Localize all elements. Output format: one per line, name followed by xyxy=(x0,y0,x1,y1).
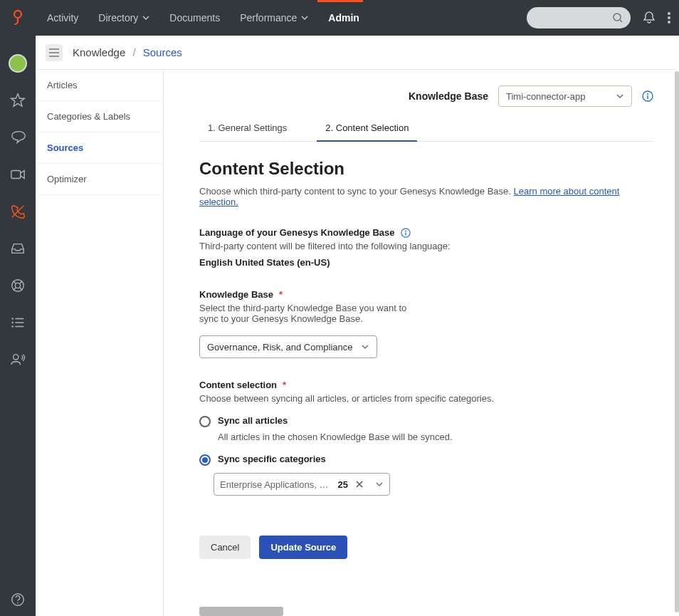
topnav-label: Activity xyxy=(47,12,78,24)
kb-header-select[interactable]: Timi-connector-app xyxy=(498,85,632,107)
topnav-label: Performance xyxy=(240,12,297,24)
required-asterisk: * xyxy=(283,380,286,390)
kb-section-label-text: Knowledge Base xyxy=(199,289,273,300)
innernav-categories-labels[interactable]: Categories & Labels xyxy=(36,101,163,132)
topbar-right xyxy=(527,7,670,28)
vertical-scrollbar[interactable] xyxy=(675,36,679,616)
page-description-text: Choose which third-party content to sync… xyxy=(199,186,514,197)
innernav-articles[interactable]: Articles xyxy=(36,70,163,101)
svg-point-1 xyxy=(614,14,621,21)
topnav-directory[interactable]: Directory xyxy=(88,0,159,36)
active-tab-indicator xyxy=(317,0,363,2)
hamburger-icon xyxy=(49,48,59,57)
rail-avatar[interactable] xyxy=(0,47,36,80)
kb-dropdown-value: Governance, Risk, and Compliance xyxy=(207,342,353,353)
content-selection-sub: Choose between syncing all articles, or … xyxy=(199,393,653,404)
svg-point-8 xyxy=(14,355,19,360)
svg-point-7 xyxy=(11,325,13,327)
language-label: Language of your Genesys Knowledge Base xyxy=(199,227,653,238)
language-label-text: Language of your Genesys Knowledge Base xyxy=(199,227,395,238)
cancel-button[interactable]: Cancel xyxy=(199,536,251,559)
page-title: Content Selection xyxy=(199,159,653,179)
rail-inbox-icon[interactable] xyxy=(0,232,36,265)
content-selection-label-text: Content selection xyxy=(199,380,277,390)
rail-help-icon[interactable] xyxy=(0,583,36,616)
categories-multiselect[interactable]: Enterprise Applications, Enterpris… 25 xyxy=(214,473,390,496)
notifications-icon[interactable] xyxy=(642,11,656,25)
radio-sync-all-help: All articles in the chosen Knowledge Bas… xyxy=(218,432,653,442)
topnav-label: Admin xyxy=(328,12,359,24)
svg-point-10 xyxy=(17,602,19,604)
scrollbar-thumb[interactable] xyxy=(675,71,679,612)
topnav-label: Documents xyxy=(169,12,220,24)
rail-user-speak-icon[interactable] xyxy=(0,343,36,376)
categories-count: 25 xyxy=(338,479,348,490)
svg-point-5 xyxy=(11,318,13,319)
svg-point-6 xyxy=(11,322,13,323)
language-section: Language of your Genesys Knowledge Base … xyxy=(199,227,653,268)
genesys-logo-icon[interactable] xyxy=(9,9,27,27)
sidebar-toggle-button[interactable] xyxy=(46,44,63,61)
kb-header-value: Timi-connector-app xyxy=(506,91,586,102)
horizontal-scrollbar-thumb[interactable] xyxy=(199,607,283,616)
breadcrumb-separator: / xyxy=(132,46,135,58)
categories-text: Enterprise Applications, Enterpris… xyxy=(220,479,334,490)
info-icon[interactable] xyxy=(642,90,653,102)
radio-sync-specific-label: Sync specific categories xyxy=(218,454,326,464)
radio-sync-specific[interactable]: Sync specific categories xyxy=(199,454,653,466)
search-input[interactable] xyxy=(527,7,631,28)
kb-section: Knowledge Base * Select the third-party … xyxy=(199,289,653,358)
language-sub: Third-party content will be filtered int… xyxy=(199,241,653,251)
svg-point-4 xyxy=(15,283,20,288)
info-icon[interactable] xyxy=(401,228,411,238)
topnav-activity[interactable]: Activity xyxy=(37,0,88,36)
search-icon xyxy=(612,12,623,24)
chevron-down-icon xyxy=(375,480,384,489)
top-navbar: Activity Directory Documents Performance… xyxy=(0,0,679,36)
action-buttons: Cancel Update Source xyxy=(199,536,653,559)
kb-section-sub2: sync to your Genesys Knowledge Base. xyxy=(199,313,653,324)
kb-section-label: Knowledge Base * xyxy=(199,289,653,300)
radio-sync-all[interactable]: Sync all articles xyxy=(199,415,653,427)
rail-favorites-icon[interactable] xyxy=(0,84,36,117)
kb-header: Knowledge Base Timi-connector-app xyxy=(199,85,653,107)
topnav-items: Activity Directory Documents Performance… xyxy=(37,0,369,36)
chevron-down-icon xyxy=(142,14,149,21)
breadcrumb: Knowledge / Sources xyxy=(73,46,182,58)
svg-point-14 xyxy=(405,230,406,231)
content-selection-label: Content selection * xyxy=(199,380,653,390)
tab-general-settings[interactable]: 1. General Settings xyxy=(199,117,295,141)
chevron-down-icon xyxy=(616,92,624,100)
clear-icon[interactable] xyxy=(352,480,367,489)
kb-section-sub1: Select the third-party Knowledge Base yo… xyxy=(199,303,653,313)
main-area: Knowledge / Sources Articles Categories … xyxy=(36,36,675,616)
avatar xyxy=(9,54,27,73)
page-description: Choose which third-party content to sync… xyxy=(199,186,653,207)
breadcrumb-current[interactable]: Sources xyxy=(143,46,182,58)
innernav-sources[interactable]: Sources xyxy=(36,132,163,164)
rail-phone-disabled-icon[interactable] xyxy=(0,195,36,228)
chevron-down-icon xyxy=(301,14,308,21)
rail-list-icon[interactable] xyxy=(0,306,36,339)
rail-video-icon[interactable] xyxy=(0,158,36,191)
content-row: Articles Categories & Labels Sources Opt… xyxy=(36,70,675,616)
kb-dropdown[interactable]: Governance, Risk, and Compliance xyxy=(199,335,377,358)
left-rail xyxy=(0,36,36,616)
rail-help-ring-icon[interactable] xyxy=(0,269,36,302)
svg-rect-2 xyxy=(11,171,21,179)
topnav-admin[interactable]: Admin xyxy=(318,0,369,36)
language-value: English United States (en-US) xyxy=(199,257,653,268)
radio-sync-all-label: Sync all articles xyxy=(218,415,288,426)
topnav-documents[interactable]: Documents xyxy=(159,0,230,36)
innernav-optimizer[interactable]: Optimizer xyxy=(36,164,163,195)
tab-content-selection[interactable]: 2. Content Selection xyxy=(317,117,417,142)
topnav-performance[interactable]: Performance xyxy=(230,0,318,36)
more-menu-icon[interactable] xyxy=(668,12,670,24)
update-source-button[interactable]: Update Source xyxy=(259,536,347,559)
svg-point-12 xyxy=(647,93,648,95)
rail-chat-icon[interactable] xyxy=(0,121,36,154)
svg-point-0 xyxy=(14,11,21,18)
breadcrumb-root[interactable]: Knowledge xyxy=(73,46,125,58)
radio-icon xyxy=(199,454,211,466)
content-selection-section: Content selection * Choose between synci… xyxy=(199,380,653,496)
